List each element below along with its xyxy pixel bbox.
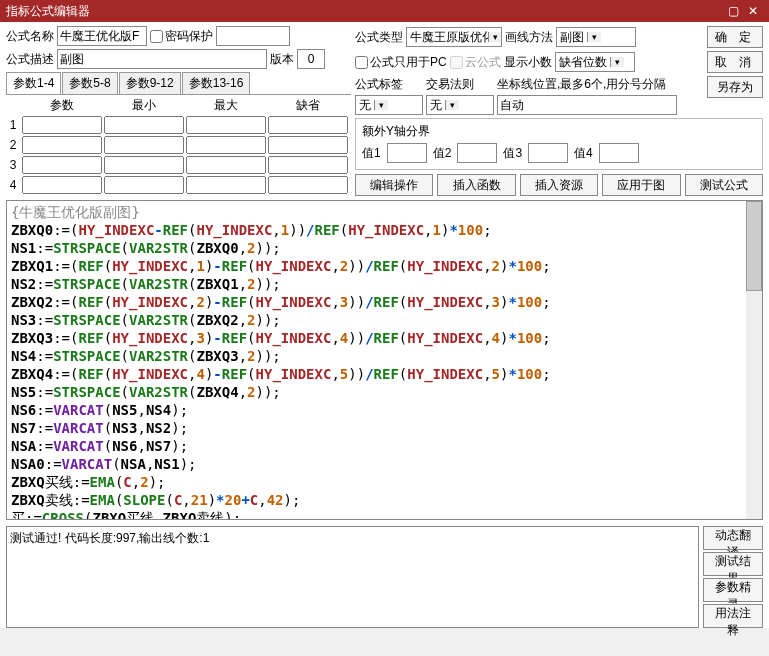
version-label: 版本 <box>270 51 294 68</box>
p3-def[interactable] <box>268 156 348 174</box>
p4-def[interactable] <box>268 176 348 194</box>
tab-params-1-4[interactable]: 参数1-4 <box>6 72 61 94</box>
dec-select[interactable]: 缺省位数▾ <box>555 52 635 72</box>
yaxis-group: 额外Y轴分界 值1 值2 值3 值4 <box>355 118 763 170</box>
p2-def[interactable] <box>268 136 348 154</box>
minimize-button[interactable]: ▢ <box>723 4 743 18</box>
p3-min[interactable] <box>104 156 184 174</box>
draw-label: 画线方法 <box>505 29 553 46</box>
chevron-down-icon: ▾ <box>374 100 388 110</box>
p4-min[interactable] <box>104 176 184 194</box>
name-input[interactable] <box>57 26 147 46</box>
code-comment: {牛魔王优化版副图} <box>11 204 140 220</box>
param-tabs: 参数1-4 参数5-8 参数9-12 参数13-16 <box>6 72 351 95</box>
desc-input[interactable] <box>57 49 267 69</box>
type-label: 公式类型 <box>355 29 403 46</box>
yval4[interactable] <box>599 143 639 163</box>
p3-name[interactable] <box>22 156 102 174</box>
p4-max[interactable] <box>186 176 266 194</box>
right-panel: 公式类型 牛魔王原版优化▾ 画线方法 副图▾ 确 定 公式只用于PC 云公式 显… <box>355 26 763 196</box>
ok-button[interactable]: 确 定 <box>707 26 763 48</box>
yval1[interactable] <box>387 143 427 163</box>
col-default: 缺省 <box>268 97 348 114</box>
chevron-down-icon: ▾ <box>610 57 624 67</box>
tab-params-5-8[interactable]: 参数5-8 <box>62 72 117 94</box>
tab-params-13-16[interactable]: 参数13-16 <box>182 72 251 94</box>
yval3[interactable] <box>528 143 568 163</box>
col-min: 最小 <box>104 97 184 114</box>
test-formula-button[interactable]: 测试公式 <box>685 174 763 196</box>
status-output: 测试通过! 代码长度:997,输出线个数:1 <box>6 526 699 628</box>
tab-params-9-12[interactable]: 参数9-12 <box>119 72 181 94</box>
titlebar: 指标公式编辑器 ▢ ✕ <box>0 0 769 22</box>
cancel-button[interactable]: 取 消 <box>707 51 763 73</box>
col-param: 参数 <box>22 97 102 114</box>
p2-max[interactable] <box>186 136 266 154</box>
saveas-button[interactable]: 另存为 <box>707 76 763 98</box>
password-checkbox[interactable]: 密码保护 <box>150 28 213 45</box>
type-select[interactable]: 牛魔王原版优化▾ <box>406 27 502 47</box>
p2-min[interactable] <box>104 136 184 154</box>
chevron-down-icon: ▾ <box>445 100 459 110</box>
edit-ops-button[interactable]: 编辑操作 <box>355 174 433 196</box>
coord-input[interactable] <box>497 95 677 115</box>
dec-label: 显示小数 <box>504 54 552 71</box>
rule-label: 交易法则 <box>426 76 494 93</box>
vertical-scrollbar[interactable] <box>746 201 762 519</box>
pc-only-checkbox[interactable]: 公式只用于PC <box>355 54 447 71</box>
name-label: 公式名称 <box>6 28 54 45</box>
window-title: 指标公式编辑器 <box>6 3 723 20</box>
p1-min[interactable] <box>104 116 184 134</box>
insert-res-button[interactable]: 插入资源 <box>520 174 598 196</box>
draw-select[interactable]: 副图▾ <box>556 27 636 47</box>
chevron-down-icon: ▾ <box>488 32 501 42</box>
p3-max[interactable] <box>186 156 266 174</box>
p1-name[interactable] <box>22 116 102 134</box>
left-panel: 公式名称 密码保护 公式描述 版本 参数1-4 参数5-8 参数9-12 参数1… <box>6 26 351 196</box>
version-input[interactable] <box>297 49 325 69</box>
cloud-checkbox[interactable]: 云公式 <box>450 54 501 71</box>
apply-chart-button[interactable]: 应用于图 <box>602 174 680 196</box>
test-result-button[interactable]: 测试结果 <box>703 552 763 576</box>
param-grid: 参数 最小 最大 缺省 1 2 3 4 <box>6 97 351 194</box>
dynamic-translate-button[interactable]: 动态翻译 <box>703 526 763 550</box>
p1-def[interactable] <box>268 116 348 134</box>
desc-label: 公式描述 <box>6 51 54 68</box>
close-button[interactable]: ✕ <box>743 4 763 18</box>
yaxis-legend: 额外Y轴分界 <box>362 123 756 140</box>
tag-select[interactable]: 无▾ <box>355 95 423 115</box>
rule-select[interactable]: 无▾ <box>426 95 494 115</box>
usage-note-button[interactable]: 用法注释 <box>703 604 763 628</box>
coord-label: 坐标线位置,最多6个,用分号分隔 <box>497 76 704 93</box>
chevron-down-icon: ▾ <box>587 32 601 42</box>
content: 公式名称 密码保护 公式描述 版本 参数1-4 参数5-8 参数9-12 参数1… <box>0 22 769 628</box>
yval2[interactable] <box>457 143 497 163</box>
p2-name[interactable] <box>22 136 102 154</box>
p1-max[interactable] <box>186 116 266 134</box>
param-wizard-button[interactable]: 参数精灵 <box>703 578 763 602</box>
col-max: 最大 <box>186 97 266 114</box>
status-text: 测试通过! 代码长度:997,输出线个数:1 <box>10 531 209 545</box>
tag-label: 公式标签 <box>355 76 423 93</box>
insert-func-button[interactable]: 插入函数 <box>437 174 515 196</box>
code-editor[interactable]: {牛魔王优化版副图} ZBXQ0:=(HY_INDEXC-REF(HY_INDE… <box>6 200 763 520</box>
p4-name[interactable] <box>22 176 102 194</box>
password-input[interactable] <box>216 26 290 46</box>
